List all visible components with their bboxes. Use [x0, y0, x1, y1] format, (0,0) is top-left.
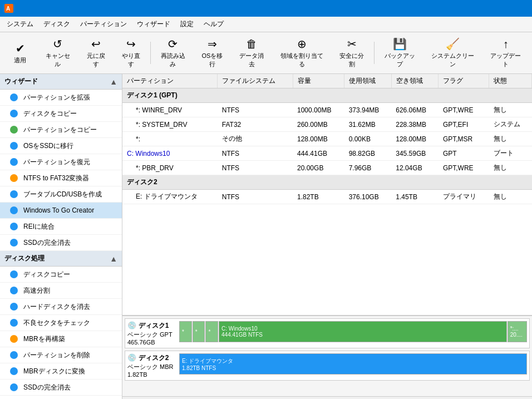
toolbar-btn-allocate[interactable]: ⊕領域を割り当てる — [273, 35, 331, 71]
table-header-ファイルシステム: ファイルシステム — [218, 74, 293, 88]
sidebar-item-wizard-7[interactable]: Windows To Go Creator — [0, 203, 122, 219]
sidebar-item-dp-4[interactable]: MBRを再構築 — [0, 331, 122, 347]
svg-point-14 — [10, 303, 18, 311]
sidebar-icon-6 — [9, 189, 19, 199]
sidebar-item-dp-7[interactable]: SSDの完全消去 — [0, 380, 122, 396]
toolbar-btn-split[interactable]: ✂安全に分割 — [332, 35, 372, 71]
sidebar-item-wizard-0[interactable]: パーティションを拡張 — [0, 90, 122, 106]
sidebar-item-dp-5[interactable]: パーティションを削除 — [0, 347, 122, 363]
app-icon: A — [4, 4, 13, 13]
toolbar-btn-redo[interactable]: ↪やり直す — [114, 35, 148, 71]
toolbar-btn-apply[interactable]: ✔適用 — [3, 39, 37, 67]
table-header-使用領域: 使用領域 — [344, 74, 392, 88]
disk-visual-type: ベーシック GPT — [127, 331, 175, 339]
table-row[interactable]: *:その他128.00MB0.00KB128.00MBGPT,MSR無し — [122, 132, 532, 146]
table-row[interactable]: *: SYSTEM_DRVFAT32260.00MB31.62MB228.38M… — [122, 117, 532, 132]
table-header-状態: 状態 — [489, 74, 532, 88]
sidebar-item-wizard-4[interactable]: パーティションを復元 — [0, 154, 122, 170]
svg-point-8 — [10, 190, 18, 198]
menu-item-ディスク[interactable]: ディスク — [39, 18, 75, 31]
disk-segment-0[interactable]: * — [179, 321, 192, 342]
svg-point-11 — [10, 239, 18, 247]
svg-text:A: A — [6, 6, 10, 12]
disk-visual-disk1-visual: 💿 ディスク1 ベーシック GPT 465.76GB ***C: Windows… — [125, 318, 530, 348]
svg-point-15 — [10, 319, 18, 327]
sidebar-label-wizard-9: SSDの完全消去 — [23, 238, 71, 248]
disk-header-disk2: ディスク2 — [122, 175, 532, 190]
sidebar-item-wizard-6[interactable]: ブータブルCD/USBを作成 — [0, 186, 122, 203]
disk-segment-0[interactable]: E: ドライブマウンタ1.82TB NTFS — [179, 353, 527, 375]
sidebar-icon-dp-3 — [9, 318, 19, 328]
sidebar-icon-dp-1 — [9, 285, 19, 295]
sidebar-icon-dp-5 — [9, 350, 19, 360]
sidebar: ウィザード▲パーティションを拡張ディスクをコピーパーティションをコピーOSをSS… — [0, 74, 122, 399]
toolbar-btn-migrate[interactable]: ⇒OSを移行 — [194, 35, 231, 71]
disk-segment-2[interactable]: * — [205, 321, 218, 342]
table-row[interactable]: *: WINRE_DRVNTFS1000.00MB373.94MB626.06M… — [122, 103, 532, 117]
table-row[interactable]: C: Windows10NTFS444.41GB98.82GB345.59GBG… — [122, 146, 532, 161]
sidebar-label-wizard-5: NTFS to FAT32変換器 — [23, 174, 89, 183]
maximize-button[interactable] — [476, 0, 502, 17]
close-button[interactable] — [502, 0, 528, 17]
partition-table: パーティションファイルシステム容量使用領域空き領域フラグ状態 ディスク1 (GP… — [122, 74, 532, 204]
sidebar-icon-4 — [9, 157, 19, 167]
menu-item-設定[interactable]: 設定 — [176, 18, 198, 31]
disk-segment-3[interactable]: C: Windows10444.41GB NTFS — [219, 321, 507, 342]
sidebar-item-dp-2[interactable]: ハードディスクを消去 — [0, 299, 122, 315]
toolbar-btn-backup[interactable]: 💾バックアップ — [377, 35, 423, 71]
sidebar-item-wizard-5[interactable]: NTFS to FAT32変換器 — [0, 170, 122, 186]
wizard-collapse-icon: ▲ — [110, 77, 117, 86]
toolbar-btn-update[interactable]: ↑アップデート — [482, 35, 529, 71]
table-header-フラグ: フラグ — [439, 74, 489, 88]
svg-point-17 — [10, 351, 18, 359]
clean-icon: 🧹 — [446, 37, 460, 51]
title-bar: A — [0, 0, 532, 17]
disk-segment-1[interactable]: * — [193, 321, 205, 342]
menu-item-パーティション[interactable]: パーティション — [76, 18, 131, 31]
table-header-パーティション: パーティション — [122, 74, 218, 88]
toolbar: ✔適用↺キャンセル↩元に戻す↪やり直す⟳再読み込み⇒OSを移行🗑データ消去⊕領域… — [0, 32, 532, 74]
main-layout: ウィザード▲パーティションを拡張ディスクをコピーパーティションをコピーOSをSS… — [0, 74, 532, 399]
update-icon: ↑ — [503, 38, 509, 51]
sidebar-item-dp-1[interactable]: 高速分割 — [0, 283, 122, 299]
sidebar-icon-0 — [9, 92, 19, 102]
minimize-button[interactable] — [451, 0, 476, 17]
disk-processing-section-header[interactable]: ディスク処理▲ — [0, 251, 122, 267]
menu-item-システム[interactable]: システム — [2, 18, 38, 31]
sidebar-item-wizard-9[interactable]: SSDの完全消去 — [0, 235, 122, 251]
sidebar-item-dp-3[interactable]: 不良セクタをチェック — [0, 315, 122, 331]
sidebar-label-dp-7: SSDの完全消去 — [23, 383, 71, 392]
sidebar-item-wizard-8[interactable]: REIに統合 — [0, 219, 122, 235]
toolbar-btn-cancel[interactable]: ↺キャンセル — [38, 35, 78, 71]
toolbar-separator — [150, 42, 151, 64]
sidebar-item-wizard-1[interactable]: ディスクをコピー — [0, 106, 122, 122]
disk-visual-name: 💿 ディスク1 — [127, 321, 175, 331]
table-row[interactable]: E: ドライブマウンタNTFS1.82TB376.10GB1.45TBプライマリ… — [122, 190, 532, 204]
toolbar-btn-wipe[interactable]: 🗑データ消去 — [231, 35, 272, 71]
disk-visual-area: 💿 ディスク1 ベーシック GPT 465.76GB ***C: Windows… — [122, 316, 532, 396]
svg-point-12 — [10, 270, 18, 278]
sidebar-label-wizard-8: REIに統合 — [23, 222, 55, 231]
wizard-section-header[interactable]: ウィザード▲ — [0, 74, 122, 90]
table-row[interactable]: *: PBR_DRVNTFS20.00GB7.96GB12.04GBGPT,WR… — [122, 161, 532, 175]
menu-item-ウィザード[interactable]: ウィザード — [132, 18, 175, 31]
wipe-icon: 🗑 — [246, 38, 257, 51]
sidebar-icon-dp-0 — [9, 269, 19, 279]
cancel-icon: ↺ — [53, 37, 62, 51]
disk-segment-4[interactable]: *:...20.... — [508, 321, 527, 342]
menu-item-ヘルプ[interactable]: ヘルプ — [199, 18, 228, 31]
sidebar-label-dp-6: MBRディスクに変換 — [23, 367, 85, 376]
sidebar-item-wizard-3[interactable]: OSをSSDに移行 — [0, 138, 122, 154]
toolbar-btn-reload[interactable]: ⟳再読み込み — [153, 35, 193, 71]
svg-point-10 — [10, 223, 18, 230]
sidebar-label-dp-2: ハードディスクを消去 — [23, 302, 90, 312]
sidebar-item-wizard-2[interactable]: パーティションをコピー — [0, 122, 122, 138]
sidebar-item-dp-0[interactable]: ディスクコピー — [0, 267, 122, 283]
window-controls — [451, 0, 528, 17]
sidebar-item-dp-6[interactable]: MBRディスクに変換 — [0, 363, 122, 380]
svg-point-9 — [10, 206, 18, 214]
toolbar-btn-undo[interactable]: ↩元に戻す — [79, 35, 113, 71]
disk-visual-size: 465.76GB — [127, 339, 175, 346]
toolbar-btn-clean[interactable]: 🧹システムクリーン — [423, 35, 481, 71]
toolbar-separator — [374, 42, 375, 64]
